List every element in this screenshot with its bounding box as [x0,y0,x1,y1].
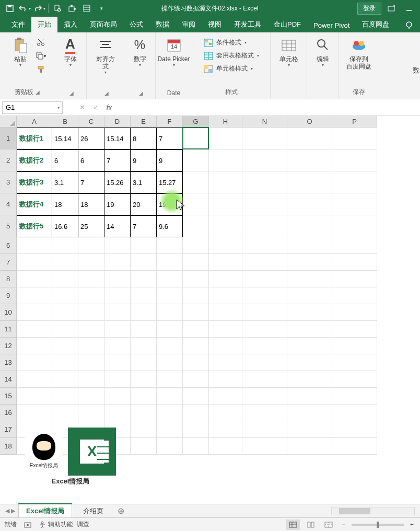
macro-recorder-icon[interactable] [24,521,31,528]
col-header-F[interactable]: F [157,116,183,128]
cell[interactable] [17,371,52,388]
cell[interactable] [242,338,287,354]
cell[interactable] [183,215,209,237]
row-header-2[interactable]: 2 [0,149,17,171]
tab-view[interactable]: 视图 [202,17,228,32]
cell[interactable] [131,254,157,271]
table-cell[interactable]: 9.6 [157,215,183,237]
cell[interactable] [157,304,183,321]
cell[interactable] [183,193,209,215]
tab-formulas[interactable]: 公式 [123,17,149,32]
table-cell[interactable]: 6 [52,149,78,171]
table-cell[interactable]: 15.26 [104,171,131,193]
cell[interactable] [157,338,183,354]
cell[interactable] [332,388,377,405]
cell[interactable] [209,321,242,338]
cell[interactable] [183,321,209,338]
cell[interactable] [242,287,287,304]
cell[interactable] [52,271,78,287]
row-header-6[interactable]: 6 [0,237,17,254]
table-row-label[interactable]: 数据行4 [17,193,52,215]
cell[interactable] [242,371,287,388]
cell[interactable] [104,338,131,354]
sheet-tab-1[interactable]: Excel情报局 [18,503,72,518]
cell[interactable] [17,271,52,287]
cell[interactable] [332,287,377,304]
cell[interactable] [209,354,242,371]
table-cell[interactable]: 18 [52,193,78,215]
cell[interactable] [287,338,332,354]
col-header-G[interactable]: G [183,116,209,128]
qat-customize-icon[interactable]: ▾ [95,2,108,15]
cell[interactable] [52,338,78,354]
cell[interactable] [332,405,377,421]
cell[interactable] [131,287,157,304]
alignment-button[interactable]: 对齐方式▾ [90,34,121,76]
login-button[interactable]: 登录 [357,3,381,15]
cell[interactable] [332,193,377,215]
table-cell[interactable]: 18 [78,193,104,215]
sheet-tab-2[interactable]: 介绍页 [75,504,111,518]
table-cell[interactable]: 15.27 [157,171,183,193]
cell[interactable] [183,128,209,149]
zoom-slider[interactable] [352,524,404,526]
cell[interactable] [78,287,104,304]
col-header-B[interactable]: B [52,116,78,128]
cell[interactable] [287,371,332,388]
cell[interactable] [157,237,183,254]
font-button[interactable]: A 字体▾ [58,34,83,68]
cell[interactable] [242,271,287,287]
alignment-dialog-launcher-icon[interactable]: ◢ [104,90,109,96]
row-header-3[interactable]: 3 [0,171,17,193]
table-cell[interactable]: 3.1 [52,171,78,193]
save-to-baidu-button[interactable]: 保存到 百度网盘 [343,34,375,71]
table-cell[interactable]: 9 [131,149,157,171]
tab-baidu[interactable]: 百度网盘 [356,17,395,32]
cell[interactable] [242,438,287,455]
cell[interactable] [131,338,157,354]
cell[interactable] [183,388,209,405]
cell[interactable] [242,304,287,321]
cell[interactable] [183,354,209,371]
cells-button[interactable]: 单元格▾ [276,34,301,68]
cell[interactable] [287,304,332,321]
table-cell[interactable]: 9 [157,149,183,171]
cell[interactable] [157,254,183,271]
zoom-out-button[interactable]: − [340,521,347,528]
cell[interactable] [183,438,209,455]
cell[interactable] [287,421,332,438]
row-header-13[interactable]: 13 [0,354,17,371]
cell[interactable] [209,405,242,421]
cell[interactable] [157,321,183,338]
col-header-C[interactable]: C [78,116,104,128]
row-header-11[interactable]: 11 [0,321,17,338]
cell[interactable] [183,287,209,304]
editing-button[interactable]: 编辑▾ [310,34,335,68]
cell[interactable] [131,371,157,388]
number-button[interactable]: % 数字▾ [127,34,153,68]
minimize-icon[interactable] [401,2,417,15]
table-cell[interactable]: 6 [78,149,104,171]
normal-view-icon[interactable] [286,520,300,530]
cell[interactable] [157,421,183,438]
cell[interactable] [332,149,377,171]
cell[interactable] [183,171,209,193]
date-picker-button[interactable]: 14 Date Picker▾ [154,34,193,68]
tab-developer[interactable]: 开发工具 [228,17,267,32]
col-header-O[interactable]: O [287,116,332,128]
number-dialog-launcher-icon[interactable]: ◢ [139,90,143,96]
cell[interactable] [183,149,209,171]
horizontal-scrollbar[interactable] [331,507,415,515]
cell[interactable] [17,338,52,354]
add-sheet-button[interactable]: ⊕ [118,506,124,516]
cell[interactable] [131,271,157,287]
name-box-dropdown-icon[interactable]: ▾ [57,105,60,110]
row-header-8[interactable]: 8 [0,271,17,287]
cell[interactable] [157,388,183,405]
cell[interactable] [209,287,242,304]
row-header-7[interactable]: 7 [0,254,17,271]
cell[interactable] [242,388,287,405]
enter-formula-icon[interactable]: ✓ [89,101,102,114]
cell[interactable] [287,388,332,405]
cell[interactable] [242,171,287,193]
